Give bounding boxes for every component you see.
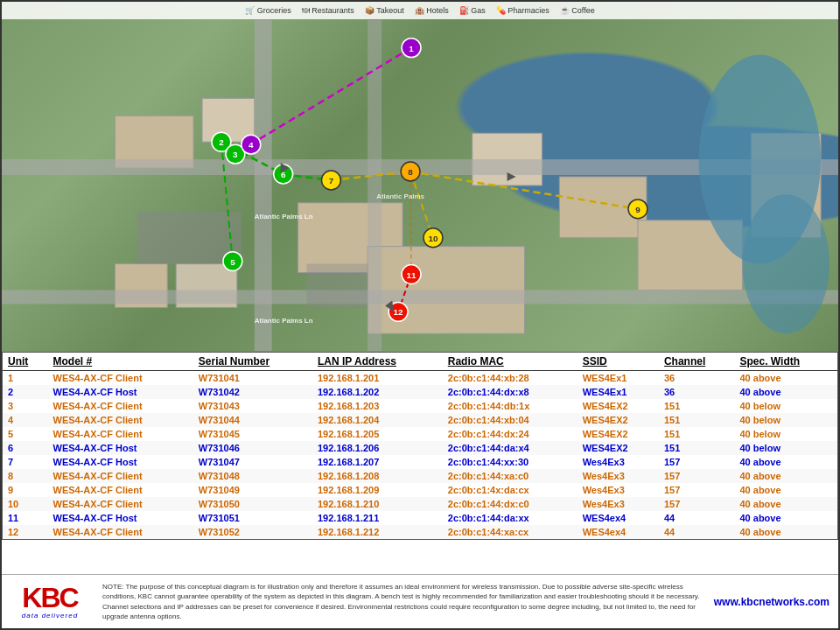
table-cell-7: 40 above — [734, 511, 837, 525]
table-cell-6: 151 — [659, 441, 735, 455]
table-cell-3: 192.168.1.211 — [312, 511, 443, 525]
table-cell-5: WES4EX2 — [578, 441, 659, 455]
table-cell-1: WES4-AX-CF Client — [48, 497, 193, 511]
table-cell-2: W731046 — [193, 441, 312, 455]
table-cell-5: WES4EX2 — [578, 427, 659, 441]
table-cell-5: Wes4Ex3 — [578, 497, 659, 511]
table-cell-3: 192.168.1.208 — [312, 469, 443, 483]
topbar-pharmacies: 💊 Pharmacies — [496, 6, 550, 15]
table-cell-2: W731048 — [193, 469, 312, 483]
data-table: Unit Model # Serial Number LAN IP Addres… — [3, 353, 837, 539]
table-cell-6: 44 — [659, 525, 735, 539]
table-cell-0: 12 — [3, 525, 48, 539]
table-cell-0: 5 — [3, 427, 48, 441]
table-cell-2: W731052 — [193, 525, 312, 539]
table-row: 9WES4-AX-CF ClientW731049192.168.1.2092c… — [3, 483, 837, 497]
table-row: 3WES4-AX-CF ClientW731043192.168.1.2032c… — [3, 399, 837, 413]
table-cell-2: W731044 — [193, 413, 312, 427]
table-cell-1: WES4-AX-CF Client — [48, 427, 193, 441]
table-cell-1: WES4-AX-CF Client — [48, 525, 193, 539]
table-cell-5: WES4ex4 — [578, 511, 659, 525]
table-cell-3: 192.168.1.207 — [312, 455, 443, 469]
table-cell-6: 157 — [659, 455, 735, 469]
table-cell-6: 151 — [659, 427, 735, 441]
table-cell-4: 2c:0b:c1:4x:da:cx — [443, 483, 578, 497]
table-cell-7: 40 above — [734, 469, 837, 483]
table-cell-1: WES4-AX-CF Client — [48, 483, 193, 497]
table-cell-5: WES4EX2 — [578, 399, 659, 413]
table-row: 2WES4-AX-CF HostW731042192.168.1.2022c:0… — [3, 385, 837, 399]
table-row: 4WES4-AX-CF ClientW731044192.168.1.2042c… — [3, 413, 837, 427]
disclaimer-text: NOTE: The purpose of this conceptual dia… — [102, 582, 701, 621]
table-wrapper: Unit Model # Serial Number LAN IP Addres… — [2, 352, 838, 540]
table-cell-2: W731042 — [193, 385, 312, 399]
table-cell-4: 2c:0b:c1:44:dx:x8 — [443, 385, 578, 399]
table-cell-5: WES4EX2 — [578, 413, 659, 427]
map-area: 🛒 Groceries 🍽 Restaurants 📦 Takeout 🏨 Ho… — [2, 2, 838, 352]
table-cell-0: 9 — [3, 483, 48, 497]
topbar-gas: ⛽ Gas — [459, 6, 486, 15]
table-cell-1: WES4-AX-CF Host — [48, 385, 193, 399]
table-cell-4: 2c:0b:c1:44:xb:28 — [443, 371, 578, 386]
table-cell-1: WES4-AX-CF Client — [48, 413, 193, 427]
table-cell-0: 2 — [3, 385, 48, 399]
table-cell-7: 40 above — [734, 497, 837, 511]
col-unit: Unit — [3, 353, 48, 371]
table-cell-3: 192.168.1.205 — [312, 427, 443, 441]
topbar-groceries: 🛒 Groceries — [245, 6, 291, 15]
table-row: 5WES4-AX-CF ClientW731045192.168.1.2052c… — [3, 427, 837, 441]
table-cell-7: 40 below — [734, 399, 837, 413]
table-cell-2: W731041 — [193, 371, 312, 386]
table-cell-7: 40 above — [734, 525, 837, 539]
website-url: www.kbcnetworks.com — [714, 596, 830, 608]
table-row: 8WES4-AX-CF ClientW731048192.168.1.2082c… — [3, 469, 837, 483]
topbar-restaurants: 🍽 Restaurants — [302, 6, 354, 15]
map-topbar: 🛒 Groceries 🍽 Restaurants 📦 Takeout 🏨 Ho… — [2, 2, 838, 19]
col-channel: Channel — [659, 353, 735, 371]
table-cell-1: WES4-AX-CF Host — [48, 441, 193, 455]
table-cell-1: WES4-AX-CF Client — [48, 371, 193, 386]
table-cell-3: 192.168.1.209 — [312, 483, 443, 497]
table-cell-2: W731051 — [193, 511, 312, 525]
footer-area: KBC data delivered NOTE: The purpose of … — [2, 574, 838, 628]
table-cell-6: 44 — [659, 511, 735, 525]
table-cell-6: 157 — [659, 483, 735, 497]
table-cell-7: 40 below — [734, 441, 837, 455]
table-cell-7: 40 above — [734, 385, 837, 399]
map-background — [2, 2, 838, 352]
table-cell-3: 192.168.1.206 — [312, 441, 443, 455]
table-cell-7: 40 above — [734, 371, 837, 386]
kbc-logo: KBC data delivered — [10, 584, 89, 620]
col-model: Model # — [48, 353, 193, 371]
table-row: 1WES4-AX-CF ClientW731041192.168.1.2012c… — [3, 371, 837, 386]
table-cell-3: 192.168.1.204 — [312, 413, 443, 427]
table-cell-5: WES4Ex1 — [578, 371, 659, 386]
table-cell-4: 2c:0b:c1:44:xb:04 — [443, 413, 578, 427]
col-mac: Radio MAC — [443, 353, 578, 371]
table-cell-4: 2c:0b:c1:44:dx:c0 — [443, 497, 578, 511]
table-cell-7: 40 below — [734, 413, 837, 427]
table-area: Unit Model # Serial Number LAN IP Addres… — [2, 352, 838, 574]
table-cell-0: 3 — [3, 399, 48, 413]
table-cell-6: 36 — [659, 371, 735, 386]
table-cell-1: WES4-AX-CF Host — [48, 511, 193, 525]
table-cell-3: 192.168.1.210 — [312, 497, 443, 511]
table-cell-0: 11 — [3, 511, 48, 525]
table-cell-2: W731043 — [193, 399, 312, 413]
table-cell-6: 151 — [659, 413, 735, 427]
table-cell-5: Wes4Ex3 — [578, 455, 659, 469]
table-cell-3: 192.168.1.203 — [312, 399, 443, 413]
table-cell-7: 40 above — [734, 483, 837, 497]
table-cell-5: Wes4Ex3 — [578, 469, 659, 483]
table-cell-0: 6 — [3, 441, 48, 455]
table-body: 1WES4-AX-CF ClientW731041192.168.1.2012c… — [3, 371, 837, 540]
table-cell-7: 40 above — [734, 455, 837, 469]
table-row: 10WES4-AX-CF ClientW731050192.168.1.2102… — [3, 497, 837, 511]
table-cell-6: 157 — [659, 469, 735, 483]
col-ssid: SSID — [578, 353, 659, 371]
topbar-takeout: 📦 Takeout — [365, 6, 404, 15]
col-serial: Serial Number — [193, 353, 312, 371]
kbc-logo-letters: KBC — [22, 584, 77, 612]
table-cell-4: 2c:0b:c1:44:xx:30 — [443, 455, 578, 469]
table-cell-1: WES4-AX-CF Host — [48, 455, 193, 469]
